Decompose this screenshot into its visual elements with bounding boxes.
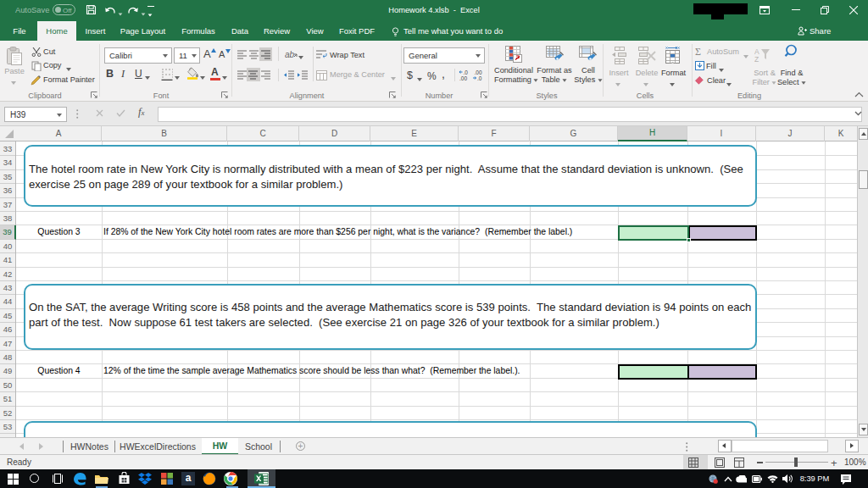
svg-text:ab: ab bbox=[285, 50, 295, 59]
svg-text:.0: .0 bbox=[477, 75, 482, 81]
svg-text:.00: .00 bbox=[459, 75, 467, 81]
svg-text:Z: Z bbox=[754, 55, 759, 63]
svg-text:A: A bbox=[754, 47, 760, 56]
